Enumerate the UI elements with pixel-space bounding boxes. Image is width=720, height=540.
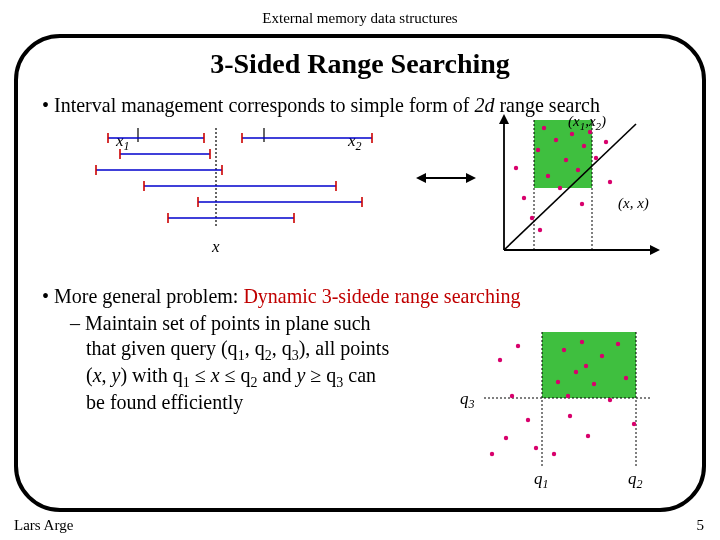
slide-body: Interval management corresponds to simpl… (18, 80, 702, 414)
svg-point-43 (554, 138, 558, 142)
fig1-x: x (211, 237, 220, 256)
svg-point-51 (604, 140, 608, 144)
svg-marker-32 (499, 114, 509, 124)
svg-point-72 (580, 340, 584, 344)
svg-point-46 (570, 132, 574, 136)
svg-point-60 (490, 452, 494, 456)
svg-point-70 (568, 414, 572, 418)
fig1-x1sub: 1 (124, 139, 130, 153)
bullet-2-b: Dynamic 3-sidede range searching (243, 285, 520, 307)
svg-point-53 (580, 202, 584, 206)
svg-point-44 (558, 186, 562, 190)
svg-point-37 (514, 166, 518, 170)
svg-text:x2: x2 (347, 131, 362, 153)
svg-point-69 (562, 348, 566, 352)
svg-point-63 (510, 394, 514, 398)
svg-point-75 (600, 354, 604, 358)
svg-point-40 (536, 148, 540, 152)
svg-text:q1: q1 (534, 469, 549, 491)
fig3-q2: 2 (637, 477, 643, 491)
figure-3sided: q3 q1 q2 (458, 326, 668, 492)
svg-point-48 (582, 144, 586, 148)
footer-author: Lars Arge (14, 517, 73, 534)
svg-marker-27 (416, 173, 426, 183)
svg-point-71 (574, 370, 578, 374)
fig1-x2sub: 2 (356, 139, 362, 153)
svg-point-79 (632, 422, 636, 426)
svg-point-81 (584, 364, 588, 368)
three-sided-svg: q3 q1 q2 (458, 326, 668, 492)
svg-point-49 (588, 130, 592, 134)
svg-point-39 (530, 216, 534, 220)
svg-point-41 (542, 126, 546, 130)
double-arrow (416, 168, 476, 188)
svg-point-47 (576, 168, 580, 172)
svg-point-45 (564, 158, 568, 162)
svg-marker-30 (650, 245, 660, 255)
svg-point-80 (566, 394, 570, 398)
bullet-1-em: 2d (474, 94, 494, 116)
figure-map: (x1,x2) (x, x) (486, 114, 666, 264)
svg-point-78 (624, 376, 628, 380)
svg-point-64 (516, 344, 520, 348)
svg-point-67 (552, 452, 556, 456)
svg-point-66 (534, 446, 538, 450)
map-svg: (x1,x2) (x, x) (486, 114, 666, 264)
bullet-2-a: More general problem: (54, 285, 243, 307)
footer-page-number: 5 (697, 517, 705, 534)
svg-text:q2: q2 (628, 469, 643, 491)
svg-point-74 (592, 382, 596, 386)
svg-point-76 (608, 398, 612, 402)
svg-text:x1: x1 (115, 131, 130, 153)
svg-point-54 (608, 180, 612, 184)
svg-point-50 (594, 156, 598, 160)
svg-point-52 (538, 228, 542, 232)
fig3-q1: 1 (543, 477, 549, 491)
figure-intervals: x1 x2 (78, 128, 378, 258)
svg-point-68 (556, 380, 560, 384)
svg-rect-56 (542, 332, 636, 398)
intervals-svg: x1 x2 (78, 128, 378, 258)
fig2-top-b: ,x (585, 114, 596, 129)
fig2-top-c: ) (600, 114, 606, 130)
svg-point-65 (526, 418, 530, 422)
double-arrow-svg (416, 168, 476, 188)
svg-point-77 (616, 342, 620, 346)
bullet-1-text-c: range search (494, 94, 600, 116)
svg-point-42 (546, 174, 550, 178)
bullet-2: More general problem: Dynamic 3-sidede r… (42, 285, 682, 308)
svg-point-73 (586, 434, 590, 438)
slide: External memory data structures 3-Sided … (0, 0, 720, 540)
svg-point-62 (504, 436, 508, 440)
svg-point-38 (522, 196, 526, 200)
fig2-bot: (x, x) (618, 195, 649, 212)
svg-text:q3: q3 (460, 389, 475, 411)
content-frame: 3-Sided Range Searching Interval managem… (14, 34, 706, 512)
page-header: External memory data structures (0, 0, 720, 27)
fig3-q3: 3 (468, 397, 475, 411)
fig2-top-a: (x (568, 114, 580, 130)
slide-title: 3-Sided Range Searching (18, 48, 702, 80)
svg-marker-28 (466, 173, 476, 183)
svg-point-61 (498, 358, 502, 362)
bullet-1-text-a: Interval management corresponds to simpl… (54, 94, 474, 116)
